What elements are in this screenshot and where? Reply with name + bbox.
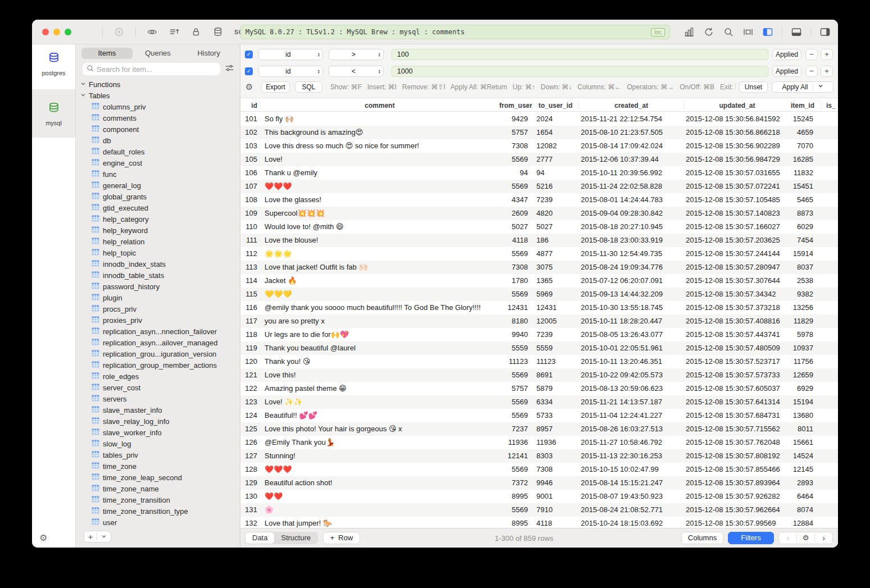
cell-id[interactable]: 114 bbox=[240, 274, 260, 288]
table-row-111[interactable]: 111Love the blouse!41181862015-08-18 23:… bbox=[240, 234, 838, 247]
cell-id[interactable]: 112 bbox=[240, 247, 260, 261]
fit-width-icon[interactable] bbox=[743, 26, 754, 38]
sidebar-table-replication_asyn...nnection_failover[interactable]: replication_asyn...nnection_failover bbox=[76, 326, 240, 337]
connection-mysql[interactable]: mysql bbox=[32, 101, 75, 126]
cell-created_at[interactable]: 2015-08-05 13:26:43.077 bbox=[579, 328, 684, 341]
cell-to_user_id[interactable]: 6334 bbox=[532, 395, 579, 409]
filter-enabled-checkbox[interactable]: ✓ bbox=[245, 67, 253, 75]
cell-is_[interactable] bbox=[821, 112, 838, 126]
cell-to_user_id[interactable]: 5027 bbox=[532, 220, 579, 234]
sidebar-table-replication_asyn...ailover_managed[interactable]: replication_asyn...ailover_managed bbox=[76, 337, 240, 348]
cell-item_id[interactable]: 5465 bbox=[790, 193, 821, 207]
cell-to_user_id[interactable]: 5733 bbox=[532, 409, 579, 422]
cell-from_user_id[interactable]: 5569 bbox=[499, 409, 532, 422]
sidebar-table-replication_group_member_actions[interactable]: replication_group_member_actions bbox=[76, 359, 240, 371]
tree-section-tables[interactable]: Tables bbox=[76, 90, 240, 101]
sidebar-search-field[interactable] bbox=[83, 63, 220, 75]
cell-to_user_id[interactable]: 5559 bbox=[532, 341, 579, 355]
cell-comment[interactable]: ❤️❤️ bbox=[260, 490, 499, 503]
cell-from_user_id[interactable]: 5559 bbox=[499, 341, 532, 355]
cell-comment[interactable]: Love! ✨✨ bbox=[260, 395, 499, 409]
cell-updated_at[interactable]: 2015-12-08 15:30:57.031655 bbox=[684, 166, 790, 180]
cell-created_at[interactable]: 2015-10-15 10:02:47.99 bbox=[579, 463, 684, 476]
cell-from_user_id[interactable]: 5757 bbox=[499, 382, 532, 395]
cell-is_[interactable] bbox=[821, 234, 838, 247]
cell-id[interactable]: 120 bbox=[240, 355, 260, 368]
sidebar-table-func[interactable]: func bbox=[76, 168, 240, 180]
cell-comment[interactable]: Jacket 🔥 bbox=[260, 274, 499, 288]
cell-from_user_id[interactable]: 11123 bbox=[499, 355, 532, 368]
cell-from_user_id[interactable]: 5569 bbox=[499, 368, 532, 382]
cell-from_user_id[interactable]: 5569 bbox=[499, 395, 532, 409]
cell-updated_at[interactable]: 2015-12-08 15:30:57.307644 bbox=[684, 274, 790, 288]
cell-from_user_id[interactable]: 4347 bbox=[499, 193, 532, 207]
cell-to_user_id[interactable]: 2024 bbox=[532, 112, 579, 126]
cell-created_at[interactable]: 2015-08-18 20:27:10.945 bbox=[579, 220, 684, 234]
table-row-112[interactable]: 112🌟🌟🌟556948772015-11-30 12:54:49.735201… bbox=[240, 247, 838, 261]
cell-to_user_id[interactable]: 7910 bbox=[532, 503, 579, 517]
cell-from_user_id[interactable]: 5569 bbox=[499, 288, 532, 301]
toggle-right-panel-icon[interactable] bbox=[819, 26, 831, 38]
cell-id[interactable]: 123 bbox=[240, 395, 260, 409]
cell-is_[interactable] bbox=[821, 368, 838, 382]
cell-created_at[interactable]: 2015-08-07 19:43:50.923 bbox=[579, 490, 684, 503]
cell-comment[interactable]: Love that jumper! 🐎 bbox=[260, 517, 499, 528]
cell-item_id[interactable]: 7070 bbox=[790, 139, 821, 153]
search-input[interactable] bbox=[97, 65, 216, 74]
cell-id[interactable]: 105 bbox=[240, 153, 260, 166]
cell-item_id[interactable]: 11832 bbox=[790, 166, 821, 180]
cell-updated_at[interactable]: 2015-12-08 15:30:57.443741 bbox=[684, 328, 790, 341]
close-button[interactable] bbox=[42, 29, 49, 35]
cell-updated_at[interactable]: 2015-12-08 15:30:57.408816 bbox=[684, 314, 790, 328]
unset-button[interactable]: Unset bbox=[739, 81, 768, 93]
cell-to_user_id[interactable]: 8303 bbox=[532, 449, 579, 463]
table-row-123[interactable]: 123Love! ✨✨556963342015-11-21 14:13:57.1… bbox=[240, 395, 838, 409]
cell-is_[interactable] bbox=[821, 180, 838, 193]
cell-updated_at[interactable]: 2015-12-08 15:30:56.841592 bbox=[684, 112, 790, 126]
cell-comment[interactable]: Beautiful action shot! bbox=[260, 476, 499, 490]
table-row-126[interactable]: 126@Emily Thank you💃11936119362015-11-27… bbox=[240, 436, 838, 449]
cell-comment[interactable]: This background is amazing😍 bbox=[260, 126, 499, 139]
sidebar-table-help_category[interactable]: help_category bbox=[76, 213, 240, 225]
cell-item_id[interactable]: 8074 bbox=[790, 503, 821, 517]
cell-updated_at[interactable]: 2015-12-08 15:30:57.280947 bbox=[684, 261, 790, 274]
connection-postgres[interactable]: postgres bbox=[32, 51, 75, 76]
cell-is_[interactable] bbox=[821, 166, 838, 180]
cell-item_id[interactable]: 4659 bbox=[790, 126, 821, 139]
filter-enabled-checkbox[interactable]: ✓ bbox=[245, 51, 253, 58]
cell-item_id[interactable]: 8873 bbox=[790, 207, 821, 220]
cell-is_[interactable] bbox=[821, 207, 838, 220]
cell-id[interactable]: 108 bbox=[240, 193, 260, 207]
cell-to_user_id[interactable]: 5969 bbox=[532, 288, 579, 301]
sql-button[interactable]: SQL bbox=[295, 81, 322, 93]
cell-to_user_id[interactable]: 7308 bbox=[532, 463, 579, 476]
table-row-107[interactable]: 107❤️❤️❤️556952162015-11-24 22:02:58.828… bbox=[240, 180, 838, 193]
sidebar-table-time_zone_name[interactable]: time_zone_name bbox=[76, 483, 240, 494]
cell-comment[interactable]: Amazing pastel theme 😁 bbox=[260, 382, 499, 395]
cell-item_id[interactable]: 10937 bbox=[790, 341, 821, 355]
cell-created_at[interactable]: 2015-07-12 06:20:07.091 bbox=[579, 274, 684, 288]
cell-from_user_id[interactable]: 5569 bbox=[499, 247, 532, 261]
cell-updated_at[interactable]: 2015-12-08 15:30:57.244144 bbox=[684, 247, 790, 261]
cell-comment[interactable]: Love that jacket! Outfit is fab 🙌🏻 bbox=[260, 261, 499, 274]
sidebar-table-global_grants[interactable]: global_grants bbox=[76, 191, 240, 202]
cell-item_id[interactable]: 12659 bbox=[790, 368, 821, 382]
tab-history[interactable]: History bbox=[183, 48, 234, 59]
database-icon[interactable] bbox=[212, 26, 224, 38]
cell-created_at[interactable]: 2015-10-11 20:39:56.992 bbox=[579, 166, 684, 180]
cell-item_id[interactable]: 5978 bbox=[790, 328, 821, 341]
cell-from_user_id[interactable]: 5569 bbox=[499, 503, 532, 517]
cell-created_at[interactable]: 2015-10-01 22:05:51.961 bbox=[579, 341, 684, 355]
sidebar-table-columns_priv[interactable]: columns_priv bbox=[76, 101, 240, 112]
settings-gear-icon[interactable]: ⚙ bbox=[39, 532, 47, 543]
sidebar-table-slave_worker_info[interactable]: slave_worker_info bbox=[76, 427, 240, 438]
cell-created_at[interactable]: 2015-10-11 18:28:20.447 bbox=[579, 314, 684, 328]
cell-updated_at[interactable]: 2015-12-08 15:30:57.762048 bbox=[684, 436, 790, 449]
sidebar-table-role_edges[interactable]: role_edges bbox=[76, 371, 240, 382]
table-row-102[interactable]: 102This background is amazing😍5757165420… bbox=[240, 126, 838, 139]
tab-data[interactable]: Data bbox=[245, 532, 274, 544]
cell-comment[interactable]: Thank u @emily bbox=[260, 166, 499, 180]
grid-settings-gear-icon[interactable]: ⚙ bbox=[797, 532, 814, 544]
table-row-101[interactable]: 101So fly 🙌🏼942920242015-11-21 22:12:54.… bbox=[240, 112, 838, 126]
cell-to_user_id[interactable]: 7239 bbox=[532, 193, 579, 207]
